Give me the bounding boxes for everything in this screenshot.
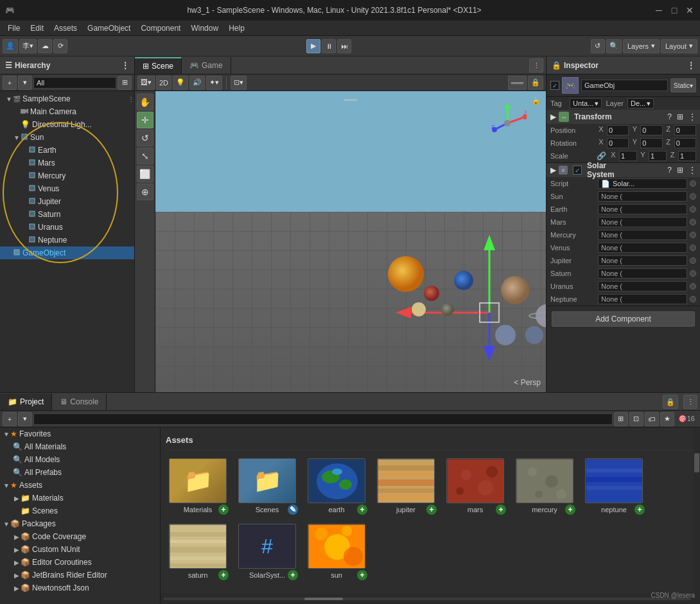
scene-cam-icon[interactable]: ═══ xyxy=(508,76,527,90)
search-button[interactable]: 🔍 xyxy=(606,39,622,53)
solarsystem-menu-icon[interactable]: ⋮ xyxy=(688,166,696,175)
mercury-field[interactable]: None ( xyxy=(598,230,687,240)
hier-menu[interactable]: ⋮ xyxy=(128,96,134,103)
scrollbar-thumb[interactable] xyxy=(694,453,699,472)
rot-z-field[interactable]: 0 xyxy=(674,138,696,148)
hier-item-neptune[interactable]: Neptune xyxy=(0,234,134,246)
tree-item-jetbrainsrider[interactable]: ▶ 📦 JetBrains Rider Editor xyxy=(0,569,160,582)
scale-x-field[interactable]: 1 xyxy=(619,151,637,161)
asset-solarsystem-script[interactable]: # SolarSyst... + xyxy=(235,521,299,582)
hierarchy-menu-icon[interactable]: ⋮ xyxy=(121,61,129,70)
tab-scene[interactable]: ⊞ Scene xyxy=(135,57,182,74)
neptune-field[interactable]: None ( xyxy=(598,294,687,304)
pos-z-field[interactable]: 0 xyxy=(674,125,696,135)
jupiter-add-btn[interactable]: + xyxy=(426,505,437,515)
earth-field[interactable]: None ( xyxy=(598,204,687,214)
tree-item-materials[interactable]: ▶ 📁 Materials xyxy=(0,492,160,505)
menu-gameobject[interactable]: GameObject xyxy=(82,21,136,36)
rot-x-field[interactable]: 0 xyxy=(607,138,629,148)
neptune-target-icon[interactable] xyxy=(690,296,696,302)
sun-add-btn[interactable]: + xyxy=(357,570,367,580)
scale-lock-icon[interactable]: 🔗 xyxy=(597,151,606,160)
asset-sun[interactable]: sun + xyxy=(304,521,369,582)
tree-item-newtonsoftjson[interactable]: ▶ 📦 Newtonsoft Json xyxy=(0,582,160,594)
tree-item-allprefabs[interactable]: 🔍 All Prefabs xyxy=(0,466,160,479)
view-menu-button[interactable]: ⋮ xyxy=(529,58,543,73)
maximize-button[interactable]: □ xyxy=(669,5,679,15)
account-button[interactable]: 👤 xyxy=(3,39,18,53)
transform-menu-icon[interactable]: ⋮ xyxy=(688,112,696,121)
tree-item-codecoverage[interactable]: ▶ 📦 Code Coverage xyxy=(0,530,160,543)
minimize-button[interactable]: ─ xyxy=(654,5,664,15)
tree-item-allmodels[interactable]: 🔍 All Models xyxy=(0,453,160,466)
hierarchy-search[interactable]: All xyxy=(33,77,116,89)
history-button[interactable]: ⟳ xyxy=(53,39,67,53)
scrollbar-track[interactable] xyxy=(694,427,700,604)
rotate-tool[interactable]: ↺ xyxy=(137,130,153,146)
scene-2d-toggle[interactable]: 2D xyxy=(156,76,171,90)
solarsystem-help-icon[interactable]: ? xyxy=(667,166,672,175)
layers-dropdown[interactable]: Layers ▾ xyxy=(623,39,660,53)
venus-target-icon[interactable] xyxy=(690,245,696,251)
mars-target-icon[interactable] xyxy=(690,219,696,225)
search-by-label-button[interactable]: 🏷 xyxy=(645,412,659,426)
script-target-icon[interactable] xyxy=(690,180,696,187)
transform-tool[interactable]: ⊕ xyxy=(137,184,153,200)
tree-item-packages[interactable]: ▼ 📦 Packages xyxy=(0,517,160,530)
static-label[interactable]: Static ▾ xyxy=(670,78,696,92)
earth-target-icon[interactable] xyxy=(690,206,696,212)
transform-header[interactable]: ▶ ↔ Transform ? ⊞ ⋮ xyxy=(547,110,700,124)
scene-shading-dropdown[interactable]: 🖼▾ xyxy=(137,76,155,90)
menu-help[interactable]: Help xyxy=(223,21,250,36)
menu-file[interactable]: File xyxy=(3,21,25,36)
hier-item-gameobject[interactable]: GameObject xyxy=(0,246,134,259)
hier-item-earth[interactable]: Earth xyxy=(0,144,134,157)
tree-item-customnunit[interactable]: ▶ 📦 Custom NUnit xyxy=(0,543,160,556)
pos-y-field[interactable]: 0 xyxy=(640,125,662,135)
solarsystem-active-checkbox[interactable] xyxy=(573,166,582,175)
earth-add-btn[interactable]: + xyxy=(357,505,367,515)
hand-tool[interactable]: ✋ xyxy=(137,94,153,110)
tag-dropdown[interactable]: Unta... ▾ xyxy=(570,98,602,108)
tab-game[interactable]: 🎮 Game xyxy=(182,57,231,74)
rect-tool[interactable]: ⬜ xyxy=(137,166,153,182)
layout-dropdown[interactable]: Layout ▾ xyxy=(661,39,697,53)
saturn-target-icon[interactable] xyxy=(690,270,696,277)
pos-x-field[interactable]: 0 xyxy=(607,125,629,135)
tree-item-allmaterials[interactable]: 🔍 All Materials xyxy=(0,440,160,453)
scale-z-field[interactable]: 1 xyxy=(678,151,696,161)
bottom-lock-icon[interactable]: 🔒 xyxy=(663,395,678,409)
add-component-button[interactable]: Add Component xyxy=(552,311,695,327)
search-filter-button[interactable]: ⊞ xyxy=(614,412,628,426)
tree-item-scenes[interactable]: 📁 Scenes xyxy=(0,505,160,517)
move-tool[interactable]: ✛ xyxy=(137,112,153,128)
script-field[interactable]: 📄 Solar... xyxy=(598,178,687,189)
hier-item-maincamera[interactable]: Main Camera xyxy=(0,105,134,118)
asset-saturn[interactable]: saturn + xyxy=(166,521,230,582)
menu-assets[interactable]: Assets xyxy=(49,21,82,36)
play-button[interactable]: ▶ xyxy=(306,39,320,53)
uranus-target-icon[interactable] xyxy=(690,283,696,289)
saturn-field[interactable]: None ( xyxy=(598,268,687,279)
mars-field[interactable]: None ( xyxy=(598,217,687,227)
project-add-button[interactable]: + xyxy=(3,412,17,426)
mercury-add-btn[interactable]: + xyxy=(565,505,575,515)
hier-item-venus[interactable]: Venus xyxy=(0,182,134,195)
close-button[interactable]: ✕ xyxy=(685,5,695,15)
search-preset-button[interactable]: ★ xyxy=(660,412,674,426)
hier-item-sun[interactable]: ▼ Sun xyxy=(0,131,134,144)
scene-fx-dropdown[interactable]: ✦▾ xyxy=(206,76,222,90)
uranus-field[interactable]: None ( xyxy=(598,281,687,291)
jupiter-target-icon[interactable] xyxy=(690,257,696,264)
tree-item-assets[interactable]: ▼ ★ Assets xyxy=(0,479,160,492)
scene-view[interactable]: X Y Z < Persp 🔒 ═══ xyxy=(155,91,546,392)
pause-button[interactable]: ⏸ xyxy=(322,39,336,53)
materials-add-btn[interactable]: + xyxy=(218,505,229,515)
tab-project[interactable]: 📁 Project xyxy=(0,393,52,410)
scale-tool[interactable]: ⤡ xyxy=(137,148,153,164)
project-search[interactable] xyxy=(33,413,613,425)
rot-y-field[interactable]: 0 xyxy=(640,138,662,148)
scene-audio-toggle[interactable]: 🔊 xyxy=(189,76,205,90)
scale-y-field[interactable]: 1 xyxy=(649,151,667,161)
neptune-add-btn[interactable]: + xyxy=(634,505,645,515)
